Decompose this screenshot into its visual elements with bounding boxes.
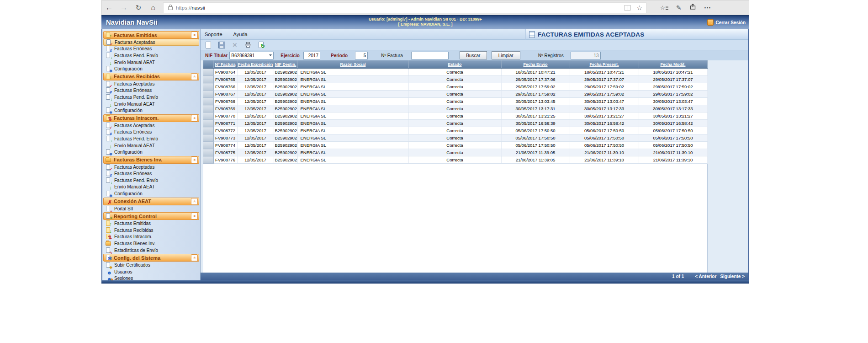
sidebar-item[interactable]: ↓Facturas Pend. Envío [102,177,200,184]
column-header[interactable]: Fecha Modif. [639,60,707,69]
column-header[interactable]: NIF Destin. [274,60,297,69]
sidebar-item[interactable]: ✓Facturas Aceptadas [102,122,200,129]
sidebar-group-header[interactable]: ↓Facturas Recibidas« [103,73,199,80]
collapse-chevron-icon[interactable]: « [191,198,198,205]
refresh-document-button[interactable]: ↻ [256,40,266,49]
table-row[interactable]: FV90877612/05/2017B25902902ENERGIA SLCor… [203,156,707,164]
sidebar-item[interactable]: ↓Envío Manual AEAT [102,184,200,191]
buscar-button[interactable]: Buscar [460,51,487,59]
table-row[interactable]: FV90877012/05/2017B25902902ENERGIA SLCor… [203,113,707,120]
sidebar-item[interactable]: ⇅Facturas Intracom. [102,234,200,241]
collapse-chevron-icon[interactable]: « [191,73,198,80]
delete-button[interactable]: ✕ [230,40,240,49]
row-selector[interactable] [203,113,213,120]
collapse-chevron-icon[interactable]: « [191,254,198,261]
annotate-pen-icon[interactable]: ✎ [676,5,682,11]
favorites-hub-icon[interactable]: ☆ [660,5,668,11]
table-row[interactable]: FV90876412/05/2017B25902902ENERGIA SLCor… [203,69,707,76]
sidebar-group-header[interactable]: ⇅Facturas Intracom.« [103,114,199,122]
row-selector[interactable] [203,91,213,98]
sidebar-item[interactable]: ↓Facturas Pend. Envío [102,94,200,101]
row-selector[interactable] [203,105,213,113]
print-button[interactable] [243,40,253,49]
menu-ayuda[interactable]: Ayuda [233,32,248,37]
next-page-link[interactable]: Siguiente > [720,274,745,279]
row-selector[interactable] [203,127,213,134]
sidebar-item[interactable]: ✗Facturas Erróneas [102,46,200,53]
column-header[interactable]: Razón Social [297,60,408,69]
reading-view-icon[interactable] [624,5,631,11]
sidebar-item[interactable]: ✗Facturas Erróneas [102,129,200,136]
collapse-chevron-icon[interactable]: « [191,213,198,220]
nif-titular-select[interactable]: B62869391 [229,52,274,59]
sidebar-item[interactable]: ✱Configuración [102,65,200,72]
table-row[interactable]: FV90877112/05/2017B25902902ENERGIA SLCor… [203,120,707,127]
column-header[interactable]: Fecha Expedición [237,60,274,69]
table-row[interactable]: FV90876512/05/2017B25902902ENERGIA SLCor… [203,76,707,83]
address-bar[interactable]: https://navsii ☆ [163,2,646,13]
column-header[interactable]: Fecha Present. [570,60,639,69]
sidebar-item[interactable]: ↓Envío Manual AEAT [102,59,200,66]
collapse-chevron-icon[interactable]: « [191,115,198,122]
sidebar-item[interactable]: ↑Facturas Emitidas [102,220,200,227]
sidebar-item[interactable]: ↓Envío Manual AEAT [102,101,200,107]
row-selector[interactable] [203,149,213,156]
table-row[interactable]: FV90877512/05/2017B25902902ENERGIA SLCor… [203,149,707,156]
sidebar-item[interactable]: ✓Facturas Aceptadas [103,39,199,46]
row-selector[interactable] [203,142,213,149]
row-selector[interactable] [203,76,213,83]
column-header[interactable]: Estado [408,60,501,69]
sidebar-group-header[interactable]: ↑Facturas Emitidas« [103,31,199,39]
sidebar-item[interactable]: ◆Subir Certificados [102,262,200,268]
limpiar-button[interactable]: Limpiar [492,51,520,59]
periodo-input[interactable] [355,52,368,59]
sidebar-group-header[interactable]: ✱Config. del Sistema« [103,254,199,262]
sidebar-item[interactable]: ✱Configuración [102,190,200,197]
table-row[interactable]: FV90877312/05/2017B25902902ENERGIA SLCor… [203,134,707,142]
back-button[interactable]: ← [102,4,116,11]
column-header[interactable]: Fecha Envio [501,60,570,69]
sidebar-item[interactable]: ✓Facturas Aceptadas [102,164,200,171]
forward-button[interactable]: → [116,4,131,11]
sidebar-item[interactable]: ✗Facturas Erróneas [102,87,200,94]
sidebar-item[interactable]: Facturas Bienes Inv. [102,240,200,247]
table-row[interactable]: FV90877412/05/2017B25902902ENERGIA SLCor… [203,142,707,149]
table-row[interactable]: FV90876612/05/2017B25902902ENERGIA SLCor… [203,83,707,91]
prev-page-link[interactable]: < Anterior [695,274,716,279]
sidebar-item[interactable]: ✱Configuración [102,107,200,114]
row-selector[interactable] [203,83,213,91]
refresh-button[interactable]: ↻ [131,4,146,11]
row-selector[interactable] [203,69,213,76]
menu-soporte[interactable]: Soporte [205,32,222,37]
sidebar-group-header[interactable]: ✗Conexión AEAT« [103,198,199,205]
row-selector[interactable] [203,98,213,105]
home-button[interactable]: ⌂ [146,4,160,11]
row-selector[interactable] [203,156,213,164]
sidebar-item[interactable]: ↓Facturas Recibidas [102,227,200,234]
table-row[interactable]: FV90876912/05/2017B25902902ENERGIA SLCor… [203,105,707,113]
logout-button[interactable]: → Cerrar Sesión [707,19,746,26]
table-row[interactable]: FV90877212/05/2017B25902902ENERGIA SLCor… [203,127,707,134]
table-row[interactable]: FV90876712/05/2017B25902902ENERGIA SLCor… [203,91,707,98]
sidebar-item[interactable]: ✗Facturas Erróneas [102,171,200,177]
collapse-chevron-icon[interactable]: « [191,32,198,38]
save-button[interactable] [217,40,227,49]
new-document-button[interactable] [203,40,213,49]
share-icon[interactable] [689,3,696,12]
ejercicio-input[interactable] [303,52,320,59]
sidebar-group-header[interactable]: ≡Reporting Control« [103,212,199,220]
sidebar-group-header[interactable]: Facturas Bienes Inv.« [103,156,199,164]
collapse-chevron-icon[interactable]: « [191,156,198,163]
sidebar-item[interactable]: ✱Configuración [102,149,200,155]
sidebar-item[interactable]: ↓Facturas Pend. Envío [102,135,200,142]
sidebar-item[interactable]: ☻Usuarios [102,268,200,275]
sidebar-item[interactable]: ↓Envío Manual AEAT [102,142,200,149]
row-selector[interactable] [203,120,213,127]
row-selector[interactable] [203,134,213,142]
sidebar-item[interactable]: ☻Sesiones [102,275,200,280]
sidebar-item[interactable]: ≡Portal SII [102,205,200,212]
column-header[interactable]: Nº Factura [213,60,237,69]
favorite-star-icon[interactable]: ☆ [636,5,642,11]
more-options-icon[interactable]: ⋯ [704,4,711,12]
table-row[interactable]: FV90876812/05/2017B25902902ENERGIA SLCor… [203,98,707,105]
